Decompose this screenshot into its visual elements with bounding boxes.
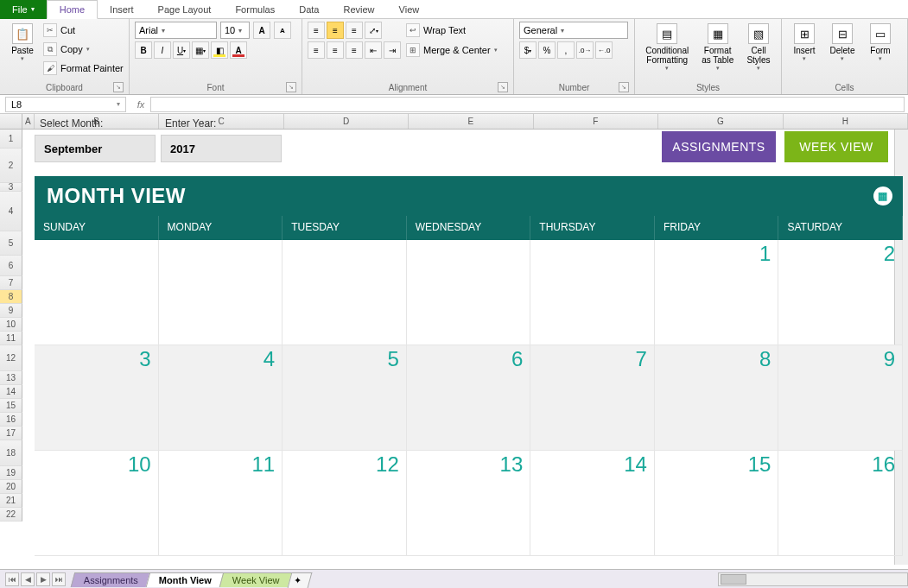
tab-formulas[interactable]: Formulas [223, 0, 287, 19]
col-header-D[interactable]: D [284, 114, 409, 129]
format-cells-button[interactable]: ▭Form [863, 22, 898, 81]
calendar-cell[interactable] [407, 240, 531, 345]
new-sheet-button[interactable]: ✦ [287, 572, 312, 588]
clipboard-dialog-launcher[interactable]: ↘ [113, 82, 124, 92]
col-header-A[interactable]: A [22, 114, 35, 129]
align-left-button[interactable]: ≡ [308, 41, 325, 59]
row-header-20[interactable]: 20 [0, 480, 22, 494]
format-painter-button[interactable]: 🖌Format Painter [43, 60, 124, 77]
font-name-combo[interactable]: Arial [135, 22, 217, 39]
calendar-cell[interactable]: 10 [35, 451, 159, 556]
tab-nav-last[interactable]: ⏭ [52, 572, 66, 586]
month-selector[interactable]: September [35, 135, 156, 162]
alignment-dialog-launcher[interactable]: ↘ [498, 82, 508, 92]
calendar-cell[interactable] [283, 240, 407, 345]
row-header-4[interactable]: 4 [0, 192, 22, 231]
year-input[interactable]: 2017 [161, 135, 282, 162]
row-header-9[interactable]: 9 [0, 304, 22, 318]
row-header-11[interactable]: 11 [0, 332, 22, 345]
row-header-8[interactable]: 8 [0, 290, 22, 304]
copy-button[interactable]: ⧉Copy▾ [43, 41, 124, 58]
row-header-19[interactable]: 19 [0, 466, 22, 480]
calendar-cell[interactable]: 3 [35, 345, 159, 451]
tab-file[interactable]: File [0, 0, 47, 19]
paste-button[interactable]: 📋 Paste [5, 22, 40, 81]
insert-cells-button[interactable]: ⊞Insert [787, 22, 822, 81]
orientation-button[interactable]: ⤢▾ [365, 22, 382, 39]
font-size-combo[interactable]: 10 [220, 22, 250, 39]
row-header-5[interactable]: 5 [0, 231, 22, 256]
decrease-indent-button[interactable]: ⇤ [365, 41, 382, 59]
sheet-tab-week-view[interactable]: Week View [219, 572, 293, 587]
horizontal-scrollbar[interactable] [718, 572, 908, 586]
row-header-15[interactable]: 15 [0, 399, 22, 413]
week-view-button[interactable]: WEEK VIEW [784, 131, 888, 162]
bold-button[interactable]: B [135, 41, 152, 59]
row-header-21[interactable]: 21 [0, 494, 22, 508]
calendar-cell[interactable]: 8 [655, 345, 779, 451]
align-top-button[interactable]: ≡ [308, 22, 325, 39]
row-header-13[interactable]: 13 [0, 371, 22, 385]
increase-decimal-button[interactable]: .0→ [576, 41, 594, 59]
row-header-1[interactable]: 1 [0, 130, 22, 149]
fx-button[interactable]: fx [131, 99, 150, 110]
row-header-10[interactable]: 10 [0, 318, 22, 332]
align-right-button[interactable]: ≡ [346, 41, 363, 59]
calendar-cell[interactable]: 9 [778, 345, 903, 451]
row-header-18[interactable]: 18 [0, 440, 22, 466]
conditional-formatting-button[interactable]: ▤Conditional Formatting [640, 22, 694, 81]
calendar-cell[interactable]: 16 [778, 451, 903, 556]
decrease-font-button[interactable]: A [274, 22, 291, 39]
cut-button[interactable]: ✂Cut [43, 22, 124, 39]
calendar-cell[interactable]: 4 [159, 345, 283, 451]
row-header-2[interactable]: 2 [0, 149, 22, 183]
name-box[interactable]: L8 [5, 97, 126, 112]
wrap-text-button[interactable]: ↩Wrap Text [406, 22, 498, 39]
row-header-17[interactable]: 17 [0, 427, 22, 440]
col-header-G[interactable]: G [658, 114, 783, 129]
select-all-corner[interactable] [0, 114, 22, 129]
calendar-cell[interactable]: 11 [159, 451, 283, 556]
align-middle-button[interactable]: ≡ [327, 22, 344, 39]
align-center-button[interactable]: ≡ [327, 41, 344, 59]
sheet-tab-month-view[interactable]: Month View [146, 572, 225, 587]
percent-button[interactable]: % [538, 41, 556, 59]
increase-indent-button[interactable]: ⇥ [384, 41, 401, 59]
row-header-7[interactable]: 7 [0, 276, 22, 290]
tab-view[interactable]: View [387, 0, 432, 19]
decrease-decimal-button[interactable]: ←.0 [595, 41, 613, 59]
calendar-cell[interactable]: 15 [655, 451, 779, 556]
tab-insert[interactable]: Insert [98, 0, 146, 19]
row-header-14[interactable]: 14 [0, 385, 22, 399]
row-header-12[interactable]: 12 [0, 345, 22, 371]
col-header-F[interactable]: F [534, 114, 658, 129]
tab-nav-first[interactable]: ⏮ [5, 572, 19, 586]
font-color-button[interactable]: A [230, 41, 247, 59]
calendar-cell[interactable]: 1 [655, 240, 779, 345]
merge-center-button[interactable]: ⊞Merge & Center▾ [406, 41, 498, 59]
assignments-button[interactable]: ASSIGNMENTS [662, 131, 776, 162]
row-header-22[interactable]: 22 [0, 508, 22, 522]
tab-data[interactable]: Data [287, 0, 331, 19]
tab-home[interactable]: Home [47, 0, 98, 19]
increase-font-button[interactable]: A [253, 22, 270, 39]
calendar-cell[interactable]: 13 [407, 451, 531, 556]
calendar-cell[interactable] [35, 240, 159, 345]
tab-nav-prev[interactable]: ◀ [21, 572, 35, 586]
fill-color-button[interactable]: ◧ [211, 41, 228, 59]
sheet-tab-assignments[interactable]: Assignments [71, 572, 152, 587]
col-header-E[interactable]: E [409, 114, 533, 129]
calendar-cell[interactable]: 14 [530, 451, 655, 556]
border-button[interactable]: ▦▾ [192, 41, 209, 59]
number-format-combo[interactable]: General [519, 22, 628, 39]
italic-button[interactable]: I [154, 41, 171, 59]
tab-nav-next[interactable]: ▶ [36, 572, 50, 586]
row-header-16[interactable]: 16 [0, 413, 22, 427]
calendar-cell[interactable]: 5 [283, 345, 407, 451]
comma-button[interactable]: , [557, 41, 575, 59]
calendar-cell[interactable]: 12 [283, 451, 407, 556]
tab-page-layout[interactable]: Page Layout [146, 0, 224, 19]
delete-cells-button[interactable]: ⊟Delete [825, 22, 860, 81]
font-dialog-launcher[interactable]: ↘ [286, 82, 296, 92]
formula-input[interactable] [150, 97, 905, 112]
